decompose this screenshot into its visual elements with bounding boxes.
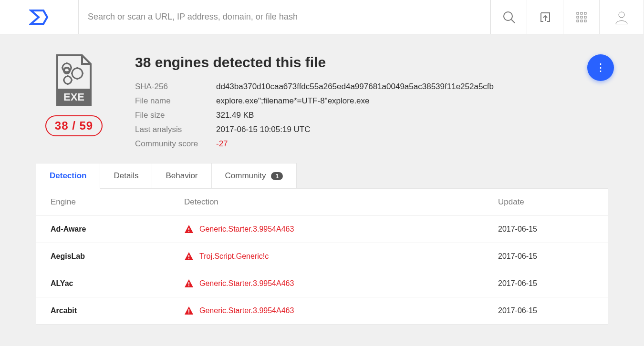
- value-community: -27: [216, 139, 608, 149]
- update-date: 2017-06-15: [498, 225, 593, 234]
- engine-name: ALYac: [51, 279, 184, 288]
- detection-name: Troj.Script.Generic!c: [199, 252, 269, 261]
- svg-rect-36: [188, 313, 189, 314]
- tab-behavior[interactable]: Behavior: [152, 163, 211, 189]
- svg-rect-4: [584, 12, 586, 14]
- table-row: ArcabitGeneric.Starter.3.9954A4632017-06…: [36, 297, 608, 325]
- label-filename: File name: [135, 96, 216, 106]
- detection-cell: Generic.Starter.3.9954A463: [184, 306, 498, 315]
- svg-rect-33: [188, 282, 189, 285]
- value-sha256: dd43ba370d10caa673ffdc55a265ed4a997681a0…: [216, 82, 608, 92]
- more-actions-button[interactable]: ⋮: [587, 54, 614, 81]
- user-button[interactable]: [599, 0, 644, 34]
- page-title: 38 engines detected this file: [135, 54, 608, 71]
- detection-cell: Troj.Script.Generic!c: [184, 252, 498, 261]
- col-detection: Detection: [184, 197, 498, 207]
- topbar: [0, 0, 644, 34]
- engine-name: Ad-Aware: [51, 225, 184, 234]
- table-row: Ad-AwareGeneric.Starter.3.9954A4632017-0…: [36, 216, 608, 243]
- svg-rect-34: [188, 285, 189, 286]
- logo[interactable]: [0, 0, 79, 34]
- label-community: Community score: [135, 139, 216, 149]
- table-header: Engine Detection Update: [36, 189, 608, 216]
- detection-name: Generic.Starter.3.9954A463: [199, 225, 294, 234]
- detection-score: 38 / 59: [45, 115, 103, 136]
- svg-rect-3: [581, 12, 582, 14]
- svg-rect-5: [577, 16, 579, 18]
- svg-rect-29: [188, 228, 189, 230]
- value-lastanalysis: 2017-06-15 10:05:19 UTC: [216, 125, 608, 134]
- detection-name: Generic.Starter.3.9954A463: [199, 306, 294, 315]
- svg-point-11: [619, 12, 624, 18]
- svg-rect-9: [581, 20, 582, 22]
- community-count-badge: 1: [271, 172, 283, 180]
- warning-icon: [184, 306, 194, 315]
- detection-name: Generic.Starter.3.9954A463: [199, 279, 294, 288]
- engine-name: Arcabit: [51, 306, 184, 315]
- search-input[interactable]: [88, 12, 481, 22]
- warning-icon: [184, 279, 194, 288]
- tab-details[interactable]: Details: [100, 163, 152, 189]
- tab-community-label: Community: [225, 171, 266, 180]
- svg-rect-8: [577, 20, 579, 22]
- svg-point-16: [64, 76, 72, 84]
- svg-rect-31: [188, 255, 189, 257]
- svg-rect-30: [188, 231, 189, 232]
- search-box: [79, 0, 490, 34]
- tabs: Detection Details Behavior Community 1: [36, 163, 608, 189]
- update-date: 2017-06-15: [498, 306, 593, 315]
- table-row: AegisLabTroj.Script.Generic!c2017-06-15: [36, 243, 608, 270]
- score-column: EXE: [36, 54, 112, 149]
- detection-cell: Generic.Starter.3.9954A463: [184, 279, 498, 288]
- tab-detection[interactable]: Detection: [36, 163, 100, 189]
- detection-cell: Generic.Starter.3.9954A463: [184, 224, 498, 234]
- svg-point-15: [72, 68, 83, 79]
- value-filesize: 321.49 KB: [216, 111, 608, 120]
- search-button[interactable]: [490, 0, 527, 34]
- svg-rect-7: [584, 16, 586, 18]
- svg-point-0: [504, 12, 512, 20]
- svg-rect-10: [584, 20, 586, 22]
- value-filename: explore.exe";filename*=UTF-8"explore.exe: [216, 96, 608, 106]
- svg-text:EXE: EXE: [63, 91, 84, 103]
- label-sha256: SHA-256: [135, 82, 216, 92]
- col-engine: Engine: [51, 197, 184, 207]
- svg-rect-32: [188, 258, 189, 259]
- label-filesize: File size: [135, 111, 216, 120]
- svg-rect-6: [581, 16, 582, 18]
- file-exe-icon: EXE: [52, 54, 95, 109]
- table-row: ALYacGeneric.Starter.3.9954A4632017-06-1…: [36, 270, 608, 297]
- update-date: 2017-06-15: [498, 252, 593, 261]
- svg-rect-2: [577, 12, 579, 14]
- detection-panel: Engine Detection Update Ad-AwareGeneric.…: [36, 188, 608, 325]
- col-update: Update: [498, 197, 593, 207]
- update-date: 2017-06-15: [498, 279, 593, 288]
- warning-icon: [184, 224, 194, 234]
- engine-name: AegisLab: [51, 252, 184, 261]
- svg-rect-35: [188, 309, 189, 312]
- file-meta: SHA-256 dd43ba370d10caa673ffdc55a265ed4a…: [135, 82, 608, 149]
- upload-button[interactable]: [527, 0, 563, 34]
- svg-line-1: [511, 20, 515, 23]
- label-lastanalysis: Last analysis: [135, 125, 216, 134]
- apps-button[interactable]: [563, 0, 599, 34]
- tab-community[interactable]: Community 1: [211, 163, 297, 189]
- warning-icon: [184, 252, 194, 261]
- more-vert-icon: ⋮: [595, 67, 606, 69]
